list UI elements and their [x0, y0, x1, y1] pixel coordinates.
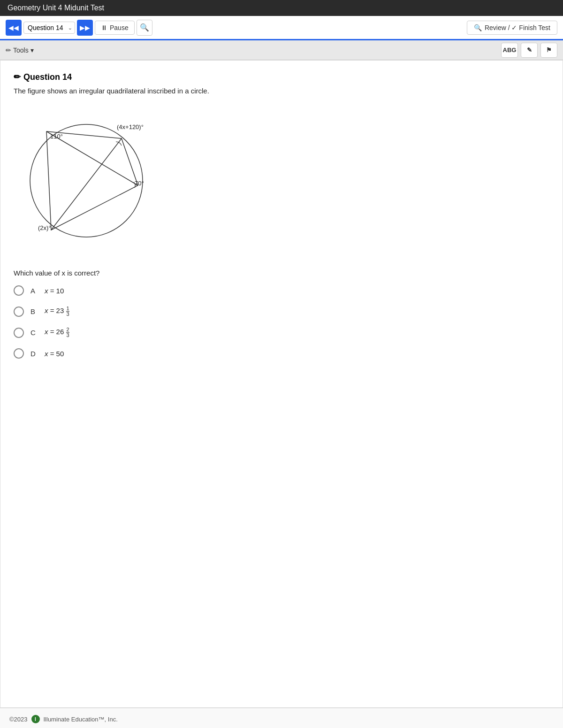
company: Illuminate Education™, Inc.: [44, 716, 118, 723]
tools-label: Tools: [13, 46, 29, 54]
choice-b[interactable]: B x = 23 1 3: [14, 306, 549, 317]
main-content: ✏ Question 14 The figure shows an irregu…: [0, 60, 563, 708]
choice-d[interactable]: D x = 50: [14, 348, 549, 359]
svg-text:110°: 110°: [50, 133, 63, 140]
radio-c[interactable]: [14, 328, 24, 338]
choice-b-denominator: 3: [66, 312, 69, 317]
choice-b-numerator: 1: [66, 306, 69, 311]
tools-pencil-icon: ✏: [6, 46, 11, 54]
answer-choices: A x = 10 B x = 23 1 3 C x = 26: [14, 285, 549, 359]
choice-c-numerator: 2: [66, 327, 69, 332]
flag-button[interactable]: ⚑: [540, 43, 557, 58]
abc-label: ABG: [503, 46, 517, 54]
svg-line-2: [51, 138, 122, 230]
toolbar-right: ABG ✎ ⚑: [501, 43, 557, 58]
question-number: Question 14: [23, 72, 72, 82]
toolbar: ✏ Tools ▾ ABG ✎ ⚑: [0, 40, 563, 60]
svg-text:70°: 70°: [135, 180, 144, 187]
footer: ©2023 I Illuminate Education™, Inc.: [0, 708, 563, 728]
question-selector-wrapper: Question 14: [23, 22, 75, 34]
abc-button[interactable]: ABG: [501, 43, 518, 58]
search-button[interactable]: 🔍: [137, 20, 152, 36]
radio-a[interactable]: [14, 285, 24, 296]
choice-b-letter: B: [30, 307, 38, 315]
question-description: The figure shows an irregular quadrilate…: [14, 87, 549, 95]
choice-c-letter: C: [30, 329, 38, 337]
app-title: Geometry Unit 4 Midunit Test: [8, 4, 104, 12]
question-pencil-icon: ✏: [14, 72, 21, 82]
tools-button[interactable]: ✏ Tools ▾: [6, 46, 34, 54]
copyright: ©2023: [9, 716, 28, 723]
answer-prompt: Which value of x is correct?: [14, 269, 549, 277]
choice-b-text: x = 23 1 3: [45, 306, 69, 317]
pause-button[interactable]: ⏸ Pause: [95, 21, 135, 35]
geometry-diagram: (4x+120)° 110° 70° (2x)°: [14, 103, 164, 258]
next-icon: ▶▶: [80, 24, 90, 31]
choice-a-text: x = 10: [45, 287, 64, 295]
question-selector[interactable]: Question 14: [23, 22, 75, 34]
nav-bar: ◀◀ Question 14 ▶▶ ⏸ Pause 🔍 🔍 Review / ✓…: [0, 16, 563, 40]
review-finish-label: Review / ✓ Finish Test: [485, 24, 550, 31]
choice-c-text: x = 26 2 3: [45, 327, 69, 338]
prev-button[interactable]: ◀◀: [6, 20, 22, 36]
search-icon: 🔍: [140, 23, 149, 32]
pause-label: Pause: [110, 24, 129, 31]
choice-a-letter: A: [30, 287, 38, 295]
question-title: ✏ Question 14: [14, 72, 549, 82]
diagram-container: (4x+120)° 110° 70° (2x)°: [14, 103, 549, 260]
prev-icon: ◀◀: [8, 24, 19, 31]
radio-d[interactable]: [14, 348, 24, 359]
next-button[interactable]: ▶▶: [77, 20, 93, 36]
radio-b[interactable]: [14, 307, 24, 317]
review-finish-button[interactable]: 🔍 Review / ✓ Finish Test: [467, 21, 557, 35]
edit-icon: ✎: [527, 46, 532, 54]
pause-icon: ⏸: [101, 24, 107, 31]
illuminate-logo: I: [31, 715, 40, 723]
flag-icon: ⚑: [546, 46, 552, 54]
edit-button[interactable]: ✎: [521, 43, 538, 58]
review-icon: 🔍: [474, 24, 482, 31]
tools-arrow-icon: ▾: [30, 46, 34, 54]
choice-a[interactable]: A x = 10: [14, 285, 549, 296]
svg-text:(4x+120)°: (4x+120)°: [117, 123, 144, 130]
choice-d-letter: D: [30, 350, 38, 358]
top-bar: Geometry Unit 4 Midunit Test: [0, 0, 563, 16]
choice-c[interactable]: C x = 26 2 3: [14, 327, 549, 338]
choice-c-denominator: 3: [66, 333, 69, 338]
svg-text:(2x)°: (2x)°: [38, 224, 51, 231]
choice-d-text: x = 50: [45, 350, 64, 358]
